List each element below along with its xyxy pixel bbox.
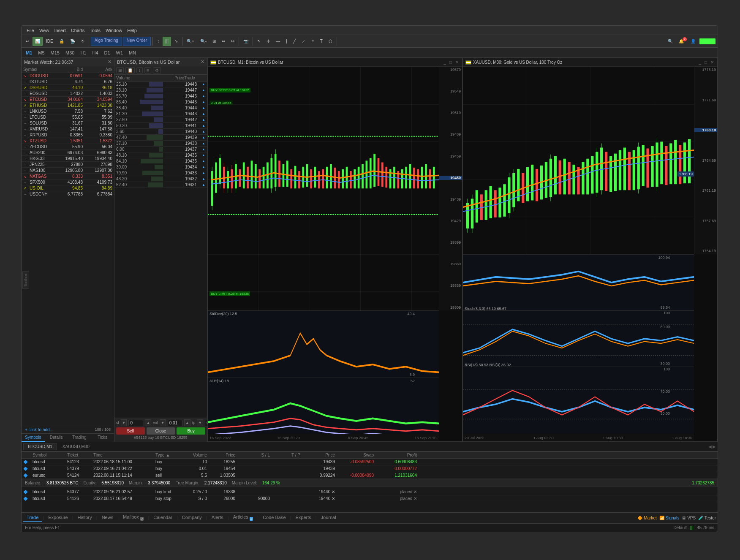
list-item[interactable]: ↘ ETCUSD 34.0164 34.0594 bbox=[22, 97, 114, 103]
list-item[interactable]: 56.70 19446 ▲ bbox=[114, 93, 207, 99]
market-watch-close[interactable]: ✕ bbox=[108, 59, 112, 65]
refresh-btn[interactable]: ↻ bbox=[79, 37, 87, 46]
list-item[interactable]: → EOSUSD 1.4022 1.4033 bbox=[22, 91, 114, 97]
chart-btcusd-close[interactable]: ✕ bbox=[454, 60, 460, 65]
list-item[interactable]: 50.20 19441 ▲ bbox=[114, 123, 207, 129]
menu-window[interactable]: Window bbox=[104, 27, 124, 34]
btab-news[interactable]: News bbox=[98, 514, 117, 522]
channel-btn[interactable]: ⟋ bbox=[299, 37, 308, 46]
list-item[interactable]: → XRPUSD 0.3365 0.3380 bbox=[22, 132, 114, 138]
list-item[interactable]: → SOLUSD 31.67 31.80 bbox=[22, 120, 114, 126]
tester-indicator[interactable]: 🧪 Tester bbox=[698, 516, 716, 520]
chart-btcusd-minimize[interactable]: _ bbox=[443, 60, 447, 65]
chart-scroll-right[interactable]: ▶ bbox=[713, 444, 716, 449]
list-item[interactable]: ↗ ETHUSD 1421.85 1423.38 bbox=[22, 103, 114, 109]
list-item[interactable]: 48.10 19436 ▲ bbox=[114, 152, 207, 158]
tf-btn-m1[interactable]: M1 bbox=[23, 49, 35, 56]
order-book-close[interactable]: ✕ bbox=[201, 59, 204, 65]
list-item[interactable]: 3.60 19440 ▲ bbox=[114, 129, 207, 135]
screenshot-btn[interactable]: 📷 bbox=[241, 37, 251, 46]
list-item[interactable]: 81.30 19443 ▲ bbox=[114, 111, 207, 117]
tf-btn-w1[interactable]: W1 bbox=[114, 49, 126, 56]
list-item[interactable]: → JPN225 27880 27898 bbox=[22, 162, 114, 168]
list-item[interactable]: 37.50 19442 ▲ bbox=[114, 117, 207, 123]
list-item[interactable]: 86.40 19445 ▲ bbox=[114, 99, 207, 105]
chart-xauusd-close[interactable]: ✕ bbox=[710, 60, 715, 65]
list-item[interactable]: 47.40 19439 ▲ bbox=[114, 135, 207, 141]
list-item[interactable]: → USDCNH 6.77788 6.77884 bbox=[22, 191, 114, 197]
toolbox-label[interactable]: Toolbox bbox=[22, 271, 29, 288]
chart-btcusd-maximize[interactable]: □ bbox=[449, 60, 453, 65]
market-indicator[interactable]: 🔶 Market bbox=[637, 516, 656, 520]
text-btn[interactable]: T bbox=[318, 37, 325, 46]
vline-btn[interactable]: | bbox=[283, 37, 290, 46]
fib-btn[interactable]: ≡ bbox=[309, 37, 317, 46]
btab-journal[interactable]: Journal bbox=[318, 514, 340, 522]
sl-down[interactable]: ▼ bbox=[121, 419, 127, 426]
list-item[interactable]: 38.40 19444 ▲ bbox=[114, 105, 207, 111]
vol-up[interactable]: ▲ bbox=[184, 419, 190, 426]
list-item[interactable]: → LNKUSD 7.58 7.62 bbox=[22, 109, 114, 114]
algo-trading-btn[interactable]: Algo Trading bbox=[91, 37, 122, 46]
list-item[interactable]: → XMRUSD 147.41 147.58 bbox=[22, 126, 114, 132]
hline-btn[interactable]: — bbox=[273, 37, 283, 46]
zoom-out-btn[interactable]: 🔍- bbox=[198, 37, 209, 46]
mw-tab-symbols[interactable]: Symbols bbox=[22, 434, 45, 442]
mw-tab-ticks[interactable]: Ticks bbox=[91, 434, 114, 442]
ob-btn1[interactable]: ⊞ bbox=[116, 67, 124, 73]
menu-insert[interactable]: Insert bbox=[52, 27, 68, 34]
menu-file[interactable]: File bbox=[25, 27, 36, 34]
sl-up[interactable]: ▲ bbox=[145, 419, 151, 426]
chart-tab-btcusd[interactable]: BTCUSD,M1 bbox=[23, 443, 57, 450]
list-item[interactable]: → HKG.33 19915.40 19934.40 bbox=[22, 156, 114, 162]
cursor-btn[interactable]: ↖ bbox=[255, 37, 263, 46]
chart-btn[interactable]: 📊 bbox=[33, 37, 43, 46]
close-button[interactable]: Close bbox=[147, 427, 175, 435]
tf-btn-d1[interactable]: D1 bbox=[102, 49, 113, 56]
ob-btn2[interactable]: 📋 bbox=[125, 67, 135, 73]
list-item[interactable]: 52.40 19431 ▲ bbox=[114, 182, 207, 188]
list-item[interactable]: 84.10 19435 ▲ bbox=[114, 158, 207, 164]
zoom-in-btn[interactable]: 🔍+ bbox=[184, 37, 197, 46]
tf-btn-m5[interactable]: M5 bbox=[35, 49, 47, 56]
list-item[interactable]: → LTCUSD 55.05 55.09 bbox=[22, 114, 114, 120]
list-item[interactable]: → SPX500 4108.48 4109.73 bbox=[22, 179, 114, 185]
undo-btn[interactable]: ↩ bbox=[23, 37, 32, 46]
period-btn[interactable]: ↦ bbox=[229, 37, 237, 46]
list-item[interactable]: ↗ US.OIL 94.85 94.89 bbox=[22, 185, 114, 191]
ob-btn3[interactable]: ↕ bbox=[136, 67, 143, 73]
chart-mode-btn[interactable]: ↕ bbox=[155, 37, 162, 46]
account-btn[interactable]: 👤 bbox=[688, 37, 698, 46]
list-item[interactable]: ↘ DOGUSD 0.0591 0.0594 bbox=[22, 73, 114, 79]
mw-tab-details[interactable]: Details bbox=[45, 434, 68, 442]
btab-experts[interactable]: Experts bbox=[292, 514, 314, 522]
new-order-btn[interactable]: New Order bbox=[123, 37, 151, 46]
buy-button[interactable]: Buy bbox=[177, 427, 205, 435]
table-row[interactable]: 🔷 btcusd 54123 2022.06.18 15:11:00 buy 1… bbox=[22, 459, 718, 465]
alerts-btn[interactable]: 🔔2 bbox=[676, 37, 687, 46]
tf-btn-h1[interactable]: H1 bbox=[78, 49, 89, 56]
chart-tab-xauusd[interactable]: XAUUSD,M30 bbox=[58, 443, 94, 450]
vps-indicator[interactable]: 🖥 VPS bbox=[682, 516, 696, 520]
btab-calendar[interactable]: Calendar bbox=[150, 514, 176, 522]
list-item[interactable]: 79.90 19433 ▲ bbox=[114, 170, 207, 176]
list-item[interactable]: → ZECUSD 55.90 56.04 bbox=[22, 144, 114, 150]
vol-down[interactable]: ▼ bbox=[160, 419, 166, 426]
list-item[interactable]: ↗ DSHUSD 43.10 46.18 bbox=[22, 85, 114, 91]
btab-company[interactable]: Company bbox=[179, 514, 205, 522]
table-row[interactable]: 🔷 eurusd 54124 2022.08.11 15:11:14 sell … bbox=[22, 472, 718, 479]
list-item[interactable]: ↘ NATGAS 8.333 8.351 bbox=[22, 174, 114, 179]
tp-down[interactable]: ▼ bbox=[197, 419, 203, 426]
ob-btn5[interactable]: ⚙ bbox=[153, 67, 161, 73]
ide-btn[interactable]: IDE bbox=[44, 37, 56, 46]
candle-btn[interactable]: ||| bbox=[163, 37, 171, 46]
line-btn[interactable]: ∿ bbox=[172, 37, 180, 46]
menu-charts[interactable]: Charts bbox=[69, 27, 86, 34]
chart-xauusd-body[interactable]: 1768.19 1775.19 1771.69 1768.19 1764.69 … bbox=[463, 67, 717, 441]
shapes-btn[interactable]: ⬡ bbox=[326, 37, 335, 46]
tf-btn-mn[interactable]: MN bbox=[126, 49, 139, 56]
btab-trade[interactable]: Trade bbox=[23, 514, 42, 522]
lock-btn[interactable]: 🔒 bbox=[57, 37, 67, 46]
grid-btn[interactable]: ⊞ bbox=[210, 37, 218, 46]
chart-btcusd-body[interactable]: BUY STOP 0.05 at 19495 0.01 at 19454 BUY… bbox=[208, 67, 462, 441]
